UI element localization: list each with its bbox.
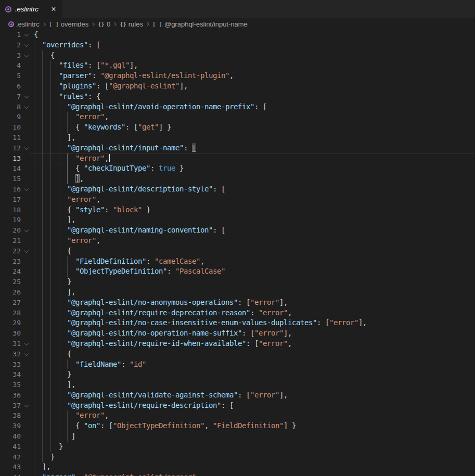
line-number[interactable]: 6 [0, 81, 21, 92]
breadcrumb-item-overrides[interactable]: [ ]overrides [49, 20, 88, 28]
code-line-39[interactable]: 39 { "on": ["ObjectTypeDefinition", "Fie… [0, 421, 475, 431]
close-icon[interactable]: × [49, 5, 58, 14]
fold-chevron-icon[interactable] [21, 349, 34, 359]
fold-chevron-icon[interactable] [21, 92, 34, 102]
code-line-24[interactable]: 24 "ObjectTypeDefinition": "PascalCase" [0, 266, 475, 277]
code-line-9[interactable]: 9 "error", [0, 112, 475, 122]
fold-chevron-icon[interactable] [21, 40, 34, 50]
code-line-42[interactable]: 42 } [0, 452, 475, 462]
line-number[interactable]: 28 [0, 308, 21, 318]
code-line-26[interactable]: 26 ], [0, 287, 475, 298]
code-line-44[interactable]: 44 "parser": "@typescript-eslint/parser" [0, 472, 475, 476]
line-number[interactable]: 38 [0, 410, 21, 421]
breadcrumb-item-rules[interactable]: {}rules [120, 20, 143, 28]
line-number[interactable]: 27 [0, 298, 21, 308]
line-number[interactable]: 4 [0, 60, 21, 71]
line-number[interactable]: 26 [0, 287, 21, 298]
code-line-43[interactable]: 43 ], [0, 462, 475, 472]
fold-chevron-icon[interactable] [21, 102, 34, 112]
code-line-3[interactable]: 3 { [0, 50, 475, 61]
line-number[interactable]: 40 [0, 431, 21, 442]
code-line-13[interactable]: 13 "error", [0, 153, 475, 164]
line-number[interactable]: 3 [0, 50, 21, 61]
code-line-33[interactable]: 33 "fieldName": "id" [0, 359, 475, 370]
line-number[interactable]: 1 [0, 30, 21, 40]
code-line-37[interactable]: 37 "@graphql-eslint/require-description"… [0, 401, 475, 411]
line-number[interactable]: 20 [0, 225, 21, 236]
code-line-8[interactable]: 8 "@graphql-eslint/avoid-operation-name-… [0, 102, 475, 112]
breadcrumb-item--eslintrc[interactable]: .eslintrc [8, 20, 40, 28]
line-number[interactable]: 15 [0, 174, 21, 184]
code-line-27[interactable]: 27 "@graphql-eslint/no-anonymous-operati… [0, 298, 475, 308]
line-number[interactable]: 7 [0, 92, 21, 102]
tab-eslintrc[interactable]: .eslintrc × [0, 0, 62, 18]
code-line-41[interactable]: 41 } [0, 442, 475, 452]
line-number[interactable]: 5 [0, 71, 21, 81]
line-number[interactable]: 39 [0, 421, 21, 431]
line-number[interactable]: 9 [0, 112, 21, 122]
line-number[interactable]: 12 [0, 143, 21, 153]
code-line-19[interactable]: 19 ], [0, 215, 475, 225]
code-line-34[interactable]: 34 } [0, 369, 475, 380]
code-line-36[interactable]: 36 "@graphql-eslint/validate-against-sch… [0, 390, 475, 401]
fold-chevron-icon[interactable] [21, 184, 34, 195]
code-line-7[interactable]: 7 "rules": { [0, 92, 475, 102]
line-number[interactable]: 25 [0, 277, 21, 287]
code-line-32[interactable]: 32 { [0, 349, 475, 359]
line-number[interactable]: 11 [0, 133, 21, 143]
line-number[interactable]: 30 [0, 328, 21, 339]
code-line-29[interactable]: 29 "@graphql-eslint/no-case-insensitive-… [0, 318, 475, 328]
line-number[interactable]: 8 [0, 102, 21, 112]
line-number[interactable]: 14 [0, 163, 21, 174]
line-number[interactable]: 19 [0, 215, 21, 225]
code-line-11[interactable]: 11 ], [0, 133, 475, 143]
line-number[interactable]: 21 [0, 236, 21, 246]
line-number[interactable]: 44 [0, 472, 21, 476]
line-number[interactable]: 35 [0, 380, 21, 390]
line-number[interactable]: 31 [0, 339, 21, 349]
line-number[interactable]: 43 [0, 462, 21, 472]
line-number[interactable]: 36 [0, 390, 21, 401]
code-line-15[interactable]: 15 ], [0, 174, 475, 184]
fold-chevron-icon[interactable] [21, 246, 34, 256]
code-line-1[interactable]: 1{ [0, 30, 475, 40]
fold-chevron-icon[interactable] [21, 339, 34, 349]
breadcrumb-item-0[interactable]: {}0 [98, 20, 110, 28]
code-line-4[interactable]: 4 "files": ["*.gql"], [0, 60, 475, 71]
code-line-5[interactable]: 5 "parser": "@graphql-eslint/eslint-plug… [0, 71, 475, 81]
code-line-40[interactable]: 40 ] [0, 431, 475, 442]
code-line-35[interactable]: 35 ], [0, 380, 475, 390]
line-number[interactable]: 24 [0, 266, 21, 277]
line-number[interactable]: 37 [0, 401, 21, 411]
code-line-30[interactable]: 30 "@graphql-eslint/no-operation-name-su… [0, 328, 475, 339]
code-line-16[interactable]: 16 "@graphql-eslint/description-style": … [0, 184, 475, 195]
line-number[interactable]: 42 [0, 452, 21, 462]
line-number[interactable]: 16 [0, 184, 21, 195]
breadcrumb-item--graphql-eslint-input-name[interactable]: [ ]@graphql-eslint/input-name [152, 20, 248, 28]
fold-chevron-icon[interactable] [21, 50, 34, 61]
code-line-12[interactable]: 12 "@graphql-eslint/input-name": [ [0, 143, 475, 153]
code-line-25[interactable]: 25 } [0, 277, 475, 287]
line-number[interactable]: 22 [0, 246, 21, 256]
fold-chevron-icon[interactable] [21, 143, 34, 153]
line-number[interactable]: 33 [0, 359, 21, 370]
fold-chevron-icon[interactable] [21, 225, 34, 236]
code-line-20[interactable]: 20 "@graphql-eslint/naming-convention": … [0, 225, 475, 236]
line-number[interactable]: 10 [0, 122, 21, 133]
code-line-14[interactable]: 14 { "checkInputType": true } [0, 163, 475, 174]
line-number[interactable]: 23 [0, 256, 21, 267]
fold-chevron-icon[interactable] [21, 401, 34, 411]
code-line-38[interactable]: 38 "error", [0, 410, 475, 421]
code-line-28[interactable]: 28 "@graphql-eslint/require-deprecation-… [0, 308, 475, 318]
code-line-18[interactable]: 18 { "style": "block" } [0, 205, 475, 215]
code-line-17[interactable]: 17 "error", [0, 195, 475, 205]
line-number[interactable]: 17 [0, 195, 21, 205]
line-number[interactable]: 29 [0, 318, 21, 328]
code-line-10[interactable]: 10 { "keywords": ["get"] } [0, 122, 475, 133]
line-number[interactable]: 34 [0, 369, 21, 380]
line-number[interactable]: 32 [0, 349, 21, 359]
line-number[interactable]: 13 [0, 153, 21, 164]
line-number[interactable]: 18 [0, 205, 21, 215]
code-line-6[interactable]: 6 "plugins": ["@graphql-eslint"], [0, 81, 475, 92]
code-line-2[interactable]: 2 "overrides": [ [0, 40, 475, 50]
